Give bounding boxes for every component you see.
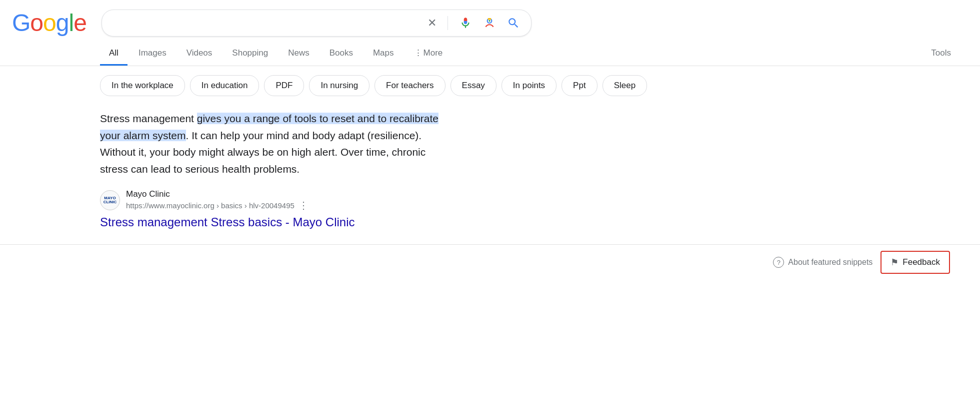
search-icon <box>507 17 520 30</box>
chip-for-teachers[interactable]: For teachers <box>374 75 445 96</box>
filter-chips: In the workplace In education PDF In nur… <box>0 66 980 105</box>
logo-g: G <box>12 9 30 37</box>
logo-o2: o <box>43 9 56 37</box>
source-row: MAYOCLINIC Mayo Clinic https://www.mayoc… <box>100 189 450 211</box>
divider <box>448 16 448 30</box>
tab-all[interactable]: All <box>100 42 128 66</box>
result-link[interactable]: Stress management Stress basics - Mayo C… <box>100 215 450 229</box>
more-dots-icon: ⋮ <box>414 48 422 58</box>
question-mark-icon: ? <box>773 257 784 268</box>
feedback-label: Feedback <box>902 257 940 267</box>
tab-shopping[interactable]: Shopping <box>223 42 277 66</box>
nav-tabs: All Images Videos Shopping News Books Ma… <box>0 42 980 66</box>
svg-point-2 <box>488 20 490 22</box>
search-bar: importance of stress management ✕ <box>102 10 532 37</box>
search-icons: ✕ <box>426 15 522 32</box>
chip-in-nursing[interactable]: In nursing <box>309 75 370 96</box>
feedback-button[interactable]: ⚑ Feedback <box>880 251 950 274</box>
tab-books[interactable]: Books <box>320 42 362 66</box>
tab-tools[interactable]: Tools <box>922 42 960 66</box>
clear-icon: ✕ <box>428 17 436 30</box>
image-search-button[interactable] <box>481 15 498 32</box>
source-info: Mayo Clinic https://www.mayoclinic.org ›… <box>126 189 308 211</box>
tab-news[interactable]: News <box>279 42 318 66</box>
lens-icon <box>483 17 496 30</box>
source-favicon: MAYOCLINIC <box>100 190 120 210</box>
chip-sleep[interactable]: Sleep <box>602 75 647 96</box>
logo-l: l <box>68 9 74 37</box>
chip-ppt[interactable]: Ppt <box>562 75 598 96</box>
tab-maps[interactable]: Maps <box>364 42 403 66</box>
chip-pdf[interactable]: PDF <box>264 75 304 96</box>
chip-in-education[interactable]: In education <box>190 75 260 96</box>
source-options-icon[interactable]: ⋮ <box>298 199 308 211</box>
clear-button[interactable]: ✕ <box>426 15 438 32</box>
logo-g2: g <box>56 9 69 37</box>
chip-essay[interactable]: Essay <box>450 75 496 96</box>
svg-rect-1 <box>488 18 492 20</box>
search-submit-button[interactable] <box>505 15 522 32</box>
voice-search-button[interactable] <box>457 15 474 32</box>
search-input[interactable]: importance of stress management <box>111 17 420 29</box>
about-snippets-label: About featured snippets <box>788 258 872 267</box>
mic-icon <box>459 17 472 30</box>
source-url: https://www.mayoclinic.org › basics › hl… <box>126 201 294 210</box>
logo-o1: o <box>30 9 43 37</box>
snippet-before: Stress management <box>100 113 197 124</box>
about-snippets[interactable]: ? About featured snippets <box>773 257 872 268</box>
google-logo: Google <box>12 9 86 37</box>
main-content: Stress management gives you a range of t… <box>0 105 450 229</box>
tab-images[interactable]: Images <box>130 42 176 66</box>
chip-in-the-workplace[interactable]: In the workplace <box>100 75 185 96</box>
featured-snippet: Stress management gives you a range of t… <box>100 110 450 177</box>
source-url-row: https://www.mayoclinic.org › basics › hl… <box>126 199 308 211</box>
tab-videos[interactable]: Videos <box>178 42 222 66</box>
logo-e: e <box>74 9 86 37</box>
chip-in-points[interactable]: In points <box>502 75 556 96</box>
source-name: Mayo Clinic <box>126 189 308 199</box>
feedback-icon: ⚑ <box>890 257 898 268</box>
bottom-bar: ? About featured snippets ⚑ Feedback <box>0 244 980 280</box>
header: Google importance of stress management ✕ <box>0 0 980 42</box>
tab-more-dots[interactable]: ⋮ More <box>405 42 452 66</box>
tab-more-label: More <box>424 48 443 58</box>
